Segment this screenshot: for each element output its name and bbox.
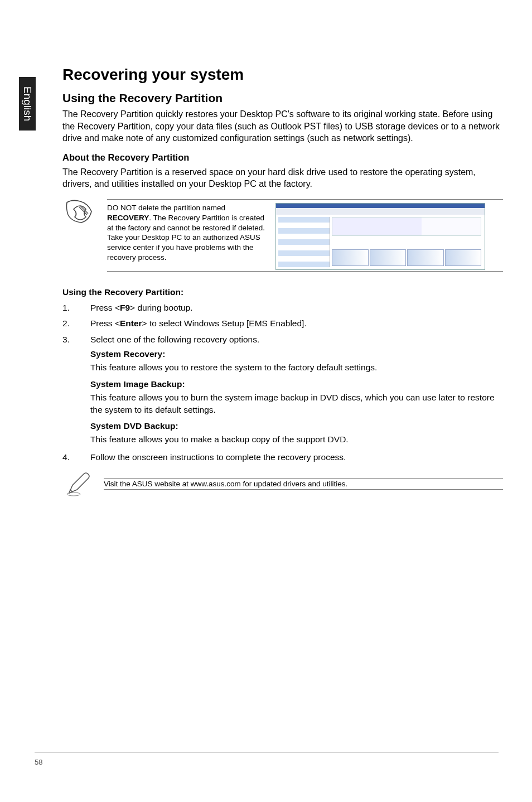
text: > during bootup. — [130, 303, 192, 312]
step-item: 2. Press <Enter> to select Windows Setup… — [62, 317, 503, 330]
footnote-text: Visit the ASUS website at www.asus.com f… — [104, 480, 503, 488]
step-text: Press <F9> during bootup. — [90, 302, 503, 314]
recovery-option: System DVD Backup: This feature allows y… — [90, 421, 503, 446]
step-item: 3. Select one of the following recovery … — [62, 334, 503, 346]
key-name: Enter — [120, 318, 142, 328]
option-body: This feature allows you to burn the syst… — [90, 392, 503, 416]
recovery-option: System Image Backup: This feature allows… — [90, 379, 503, 416]
step-text: Press <Enter> to select Windows Setup [E… — [90, 317, 503, 330]
text: > to select Windows Setup [EMS Enabled]. — [142, 318, 307, 328]
option-body: This feature allows you to restore the s… — [90, 361, 503, 374]
step-number: 1. — [62, 302, 74, 314]
step-number: 3. — [62, 334, 74, 346]
page-title: Recovering your system — [62, 66, 503, 84]
about-paragraph: The Recovery Partition is a reserved spa… — [62, 166, 503, 190]
step-item: 4. Follow the onscreen instructions to c… — [62, 451, 503, 463]
warning-note: DO NOT delete the partition named RECOVE… — [62, 198, 503, 275]
steps-list-continued: 4. Follow the onscreen instructions to c… — [62, 451, 503, 463]
option-heading: System Image Backup: — [90, 379, 503, 389]
footer-divider — [35, 752, 499, 753]
warning-prefix: DO NOT delete the partition named — [107, 204, 225, 212]
recovery-label: RECOVERY — [107, 214, 149, 222]
divider — [104, 478, 503, 479]
section-heading: Using the Recovery Partition — [62, 91, 503, 105]
hand-warning-icon — [62, 198, 96, 225]
pencil-icon — [62, 471, 94, 497]
step-number: 2. — [62, 317, 74, 330]
step-text: Follow the onscreen instructions to comp… — [90, 451, 503, 463]
option-body: This feature allows you to make a backup… — [90, 433, 503, 446]
steps-list: 1. Press <F9> during bootup. 2. Press <E… — [62, 302, 503, 346]
main-content: Recovering your system Using the Recover… — [62, 66, 503, 497]
step-text: Select one of the following recovery opt… — [90, 334, 503, 346]
divider — [107, 199, 503, 200]
disk-management-screenshot — [275, 203, 485, 270]
recovery-option: System Recovery: This feature allows you… — [90, 349, 503, 374]
language-tab: English — [19, 77, 36, 131]
text: Press < — [90, 303, 120, 312]
warning-text: DO NOT delete the partition named RECOVE… — [107, 203, 267, 263]
option-heading: System Recovery: — [90, 349, 503, 359]
info-note: Visit the ASUS website at www.asus.com f… — [62, 471, 503, 497]
subsection-heading: About the Recovery Partition — [62, 152, 503, 163]
step-item: 1. Press <F9> during bootup. — [62, 302, 503, 314]
svg-point-0 — [67, 492, 80, 496]
procedure-heading: Using the Recovery Partition: — [62, 287, 503, 297]
divider — [107, 271, 503, 272]
key-name: F9 — [120, 303, 130, 312]
step-number: 4. — [62, 451, 74, 463]
page-number: 58 — [35, 758, 42, 766]
option-heading: System DVD Backup: — [90, 421, 503, 431]
text: Press < — [90, 318, 120, 328]
intro-paragraph: The Recovery Partition quickly restores … — [62, 108, 503, 144]
divider — [104, 489, 503, 490]
